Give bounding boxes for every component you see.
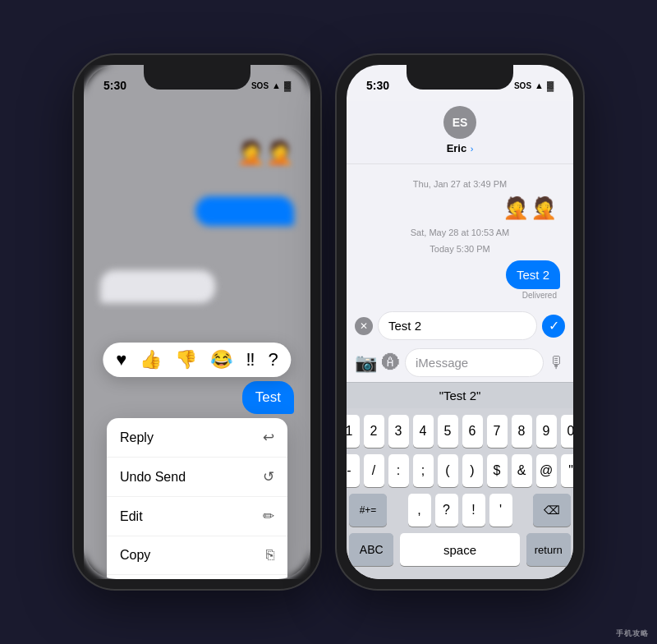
keyboard-row-1: 1 2 3 4 5 6 7 8 9 0 xyxy=(349,415,571,448)
test-bubble-container: Test xyxy=(242,381,294,414)
row3-spacer xyxy=(391,494,404,527)
key-dash[interactable]: - xyxy=(347,454,360,487)
compose-send-button[interactable]: ✓ xyxy=(542,315,565,338)
key-amp[interactable]: & xyxy=(512,454,532,487)
key-3[interactable]: 3 xyxy=(388,415,409,448)
contact-avatar: ES xyxy=(443,106,476,139)
react-thumbsdown[interactable]: 👎 xyxy=(175,349,197,370)
key-hash[interactable]: #+= xyxy=(349,494,387,527)
key-space[interactable]: space xyxy=(400,533,519,566)
keyboard-row-2: - / : ; ( ) $ & @ " xyxy=(349,454,571,487)
copy-icon: ⎘ xyxy=(266,547,274,564)
delivered-bubble: Test 2 xyxy=(506,260,560,289)
wifi-icon: ▲ xyxy=(272,80,281,90)
compose-cancel[interactable]: ✕ xyxy=(355,317,373,335)
key-return[interactable]: return xyxy=(526,533,571,566)
right-status-icons: SOS ▲ ▓ xyxy=(514,80,554,90)
menu-copy-label: Copy xyxy=(120,548,150,563)
contact-name-row: Eric › xyxy=(447,140,474,155)
left-time: 5:30 xyxy=(103,79,126,92)
key-colon[interactable]: : xyxy=(388,454,409,487)
mic-icon[interactable]: 🎙 xyxy=(549,353,565,372)
react-thumbsup[interactable]: 👍 xyxy=(140,349,162,370)
emoji-1: 🤦 xyxy=(503,196,529,221)
delivered-label: Delivered xyxy=(522,291,560,300)
battery-icon: ▓ xyxy=(284,80,291,90)
context-menu: Reply ↩ Undo Send ↺ Edit ✏ Copy ⎘ Transl… xyxy=(107,418,287,579)
react-heart[interactable]: ♥ xyxy=(116,349,126,370)
keyboard: 1 2 3 4 5 6 7 8 9 0 - / : ; ( xyxy=(347,408,573,579)
row3-spacer2 xyxy=(517,494,530,527)
react-haha[interactable]: 😂 xyxy=(210,349,232,370)
notch xyxy=(144,65,250,90)
keyboard-row-3: #+= , ? ! ' ⌫ xyxy=(349,494,571,527)
key-slash[interactable]: / xyxy=(364,454,384,487)
autocorrect-suggestion[interactable]: "Test 2" xyxy=(347,387,573,404)
left-screen: 5:30 SOS ▲ ▓ 🤦🤦 ♥ 👍 👎 😂 ‼️ ? Test xyxy=(84,65,310,579)
compose-input-display[interactable]: Test 2 xyxy=(378,311,537,340)
left-phone: 5:30 SOS ▲ ▓ 🤦🤦 ♥ 👍 👎 😂 ‼️ ? Test xyxy=(74,55,320,589)
right-wifi-icon: ▲ xyxy=(535,80,544,90)
key-oparen[interactable]: ( xyxy=(438,454,458,487)
edit-icon: ✏ xyxy=(263,508,274,525)
menu-copy[interactable]: Copy ⎘ xyxy=(107,536,287,575)
key-2[interactable]: 2 xyxy=(364,415,384,448)
menu-edit[interactable]: Edit ✏ xyxy=(107,497,287,536)
menu-reply[interactable]: Reply ↩ xyxy=(107,418,287,458)
key-9[interactable]: 9 xyxy=(536,415,557,448)
key-6[interactable]: 6 xyxy=(462,415,483,448)
emoji-bg-row: 🤦🤦 xyxy=(237,139,294,166)
key-abc[interactable]: ABC xyxy=(349,533,393,566)
messages-header: ES Eric › xyxy=(347,101,573,164)
reaction-bar: ♥ 👍 👎 😂 ‼️ ? xyxy=(103,343,291,377)
right-sos: SOS xyxy=(514,81,531,90)
key-delete[interactable]: ⌫ xyxy=(533,494,571,527)
delivered-bubble-container: Test 2 Delivered xyxy=(360,260,560,300)
right-time: 5:30 xyxy=(366,79,389,92)
menu-translate[interactable]: Translate 🔤 xyxy=(107,575,287,579)
right-battery-icon: ▓ xyxy=(547,80,554,90)
key-at[interactable]: @ xyxy=(536,454,557,487)
gray-bubble-bg xyxy=(100,270,215,303)
key-quote[interactable]: " xyxy=(561,454,574,487)
key-7[interactable]: 7 xyxy=(487,415,508,448)
right-screen: 5:30 SOS ▲ ▓ ES Eric › Thu, Jan 27 at 3:… xyxy=(347,65,573,579)
contact-name: Eric xyxy=(447,142,467,154)
key-5[interactable]: 5 xyxy=(438,415,458,448)
key-dollar[interactable]: $ xyxy=(487,454,508,487)
key-0[interactable]: 0 xyxy=(561,415,574,448)
key-1[interactable]: 1 xyxy=(347,415,360,448)
apps-icon[interactable]: 🅐 xyxy=(382,352,400,374)
menu-undo-label: Undo Send xyxy=(120,470,186,485)
left-status-icons: SOS ▲ ▓ xyxy=(251,80,291,90)
react-exclaim[interactable]: ‼️ xyxy=(246,349,255,370)
menu-undo-send[interactable]: Undo Send ↺ xyxy=(107,458,287,497)
message-thread: Thu, Jan 27 at 3:49 PM 🤦 🤦 Sat, May 28 a… xyxy=(347,164,573,306)
key-apostrophe[interactable]: ' xyxy=(489,494,512,527)
keyboard-row-4: ABC space return xyxy=(349,533,571,566)
autocorrect-bar: "Test 2" xyxy=(347,382,573,408)
imessage-field[interactable]: iMessage xyxy=(405,348,544,377)
react-question[interactable]: ? xyxy=(268,349,278,370)
blue-bubble-bg xyxy=(195,196,294,226)
date-new: Sat, May 28 at 10:53 AM xyxy=(360,228,560,237)
menu-edit-label: Edit xyxy=(120,509,143,524)
key-question[interactable]: ? xyxy=(435,494,458,527)
key-cparen[interactable]: ) xyxy=(462,454,483,487)
test-bubble: Test xyxy=(242,381,294,414)
key-8[interactable]: 8 xyxy=(512,415,532,448)
sos-text: SOS xyxy=(251,81,269,90)
date-old: Thu, Jan 27 at 3:49 PM xyxy=(360,179,560,189)
right-notch xyxy=(407,65,513,90)
key-4[interactable]: 4 xyxy=(413,415,434,448)
date-today: Today 5:30 PM xyxy=(360,244,560,254)
right-screen-inner: 5:30 SOS ▲ ▓ ES Eric › Thu, Jan 27 at 3:… xyxy=(347,65,573,579)
key-comma[interactable]: , xyxy=(408,494,431,527)
emoji-2: 🤦 xyxy=(531,196,557,221)
key-exclaim[interactable]: ! xyxy=(462,494,485,527)
emoji-row: 🤦 🤦 xyxy=(360,196,560,221)
camera-icon[interactable]: 📷 xyxy=(355,352,377,374)
key-semicolon[interactable]: ; xyxy=(413,454,434,487)
contact-chevron[interactable]: › xyxy=(471,144,474,154)
menu-reply-label: Reply xyxy=(120,430,154,445)
